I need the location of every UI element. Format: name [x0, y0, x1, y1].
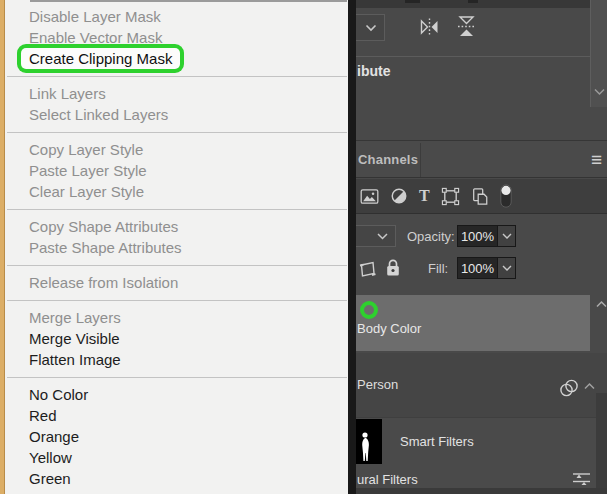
menu-item-label: Merge Layers	[29, 307, 121, 328]
distribute-vertical-centers-button[interactable]	[455, 14, 478, 39]
annotation-circle-marker	[360, 301, 378, 319]
ui-fragment	[405, 0, 420, 3]
menu-item-label: Flatten Image	[29, 349, 121, 370]
menu-item	[5, 69, 348, 83]
menu-item-label: Clear Layer Style	[29, 181, 144, 202]
menu-item: Paste Shape Attributes	[5, 237, 348, 258]
blending-circles-icon	[557, 378, 582, 398]
menu-item[interactable]: Green	[5, 468, 348, 489]
menu-item	[5, 202, 348, 216]
fill-value-field[interactable]: 100%	[457, 257, 498, 279]
distribute-vertical-centers-icon	[455, 14, 478, 39]
shape-layer-icon	[441, 187, 460, 206]
menu-item-label: Merge Visible	[29, 328, 120, 349]
filter-adjustment-layers-button[interactable]	[390, 187, 408, 205]
smart-object-icon	[471, 187, 489, 206]
layer-name-person: Person	[357, 377, 398, 392]
filter-smart-objects-button[interactable]	[471, 187, 489, 206]
fill-dropdown-button[interactable]	[498, 257, 516, 279]
menu-edge-shadow	[348, 0, 356, 494]
opacity-value-field[interactable]: 100%	[457, 225, 498, 247]
menu-item-label: Enable Vector Mask	[29, 27, 162, 48]
panel-tab-bar: Channels ≡	[356, 140, 607, 178]
menu-item[interactable]: Orange	[5, 426, 348, 447]
menu-item-label: No Color	[29, 384, 88, 405]
smart-filters-area: Smart Filters ural Filters	[356, 417, 607, 488]
menu-item: Paste Layer Style	[5, 160, 348, 181]
options-bar-top-edge	[356, 0, 607, 8]
blend-mode-dropdown[interactable]	[356, 225, 396, 247]
menu-item: Copy Shape Attributes	[5, 216, 348, 237]
menu-item: Disable Layer Mask	[5, 6, 348, 27]
menu-item: Select Linked Layers	[5, 104, 348, 125]
tab-divider	[420, 143, 421, 177]
menu-item[interactable]: Yellow	[5, 447, 348, 468]
chevron-down-icon	[502, 233, 512, 240]
menu-item-label: Paste Shape Attributes	[29, 237, 182, 258]
menu-item	[5, 258, 348, 272]
chevron-down-icon	[377, 233, 388, 240]
menu-item-label: Release from Isolation	[29, 272, 178, 293]
menu-item-label: Yellow	[29, 447, 72, 468]
opacity-label: Opacity:	[407, 229, 455, 244]
menu-item-label: Red	[29, 405, 57, 426]
menu-item-label: Create Clipping Mask	[21, 48, 180, 69]
menu-item: Clear Layer Style	[5, 181, 348, 202]
menu-item[interactable]: No Color	[5, 384, 348, 405]
lock-position-button[interactable]	[358, 259, 377, 279]
image-icon	[360, 188, 379, 205]
chevron-down-icon	[594, 88, 605, 96]
align-horizontal-centers-icon	[419, 17, 440, 37]
filter-pixel-layers-button[interactable]	[360, 188, 379, 205]
panel-edge-scroll[interactable]	[590, 0, 607, 107]
panel-bottom-edge	[356, 488, 607, 494]
menu-item-label: Green	[29, 468, 71, 489]
menu-item-label: Copy Layer Style	[29, 139, 143, 160]
layer-row-body-color[interactable]: Body Color	[356, 295, 590, 351]
fill-label: Fill:	[428, 261, 448, 276]
align-horizontal-centers-button[interactable]	[419, 17, 440, 37]
layer-row-person[interactable]: Person	[356, 353, 607, 417]
menu-item: Release from Isolation	[5, 272, 348, 293]
menu-item-label: Select Linked Layers	[29, 104, 168, 125]
ui-fragment	[468, 0, 478, 3]
toggle-switch-icon	[500, 184, 512, 208]
tab-channels[interactable]: Channels	[358, 152, 418, 167]
layer-filter-bar: T	[356, 179, 607, 214]
menu-item-label: Orange	[29, 426, 79, 447]
panel-menu-icon[interactable]: ≡	[591, 153, 602, 166]
options-dropdown[interactable]	[356, 14, 385, 41]
adjustment-layer-icon	[390, 187, 408, 205]
truncated-item-remnant	[30, 0, 347, 2]
opacity-dropdown-button[interactable]	[498, 225, 516, 247]
menu-item[interactable]: Create Clipping Mask	[5, 48, 348, 69]
lock-position-icon	[358, 259, 377, 279]
smart-filter-mask-thumbnail[interactable]	[356, 419, 382, 464]
menu-item: Enable Vector Mask	[5, 27, 348, 48]
menu-item	[5, 125, 348, 139]
layers-panel: ibute Channels ≡ T	[356, 0, 607, 494]
menu-item: Link Layers	[5, 83, 348, 104]
menu-item-label: Paste Layer Style	[29, 160, 147, 181]
panel-scrollbar[interactable]	[596, 393, 607, 494]
chevron-down-icon	[502, 265, 512, 272]
menu-item-label: Link Layers	[29, 83, 106, 104]
menu-item[interactable]: Flatten Image	[5, 349, 348, 370]
menu-item	[5, 370, 348, 384]
type-icon: T	[419, 187, 430, 204]
menu-item: Merge Layers	[5, 307, 348, 328]
options-divider	[356, 56, 590, 57]
smart-filters-label[interactable]: Smart Filters	[400, 434, 474, 449]
menu-item[interactable]: Red	[5, 405, 348, 426]
chevron-down-icon	[365, 24, 377, 32]
menu-item[interactable]: Merge Visible	[5, 328, 348, 349]
filter-type-layers-button[interactable]: T	[419, 187, 430, 205]
lock-icon	[385, 257, 401, 279]
scroll-up-chevron-icon[interactable]	[596, 300, 607, 308]
filtering-toggle[interactable]	[500, 184, 512, 208]
lock-all-button[interactable]	[385, 257, 401, 279]
collapse-effects-chevron-icon[interactable]	[584, 382, 595, 390]
neural-filters-label-partial[interactable]: ural Filters	[357, 472, 418, 487]
filter-shape-layers-button[interactable]	[441, 187, 460, 206]
filter-options-sliders-icon[interactable]	[571, 469, 592, 487]
